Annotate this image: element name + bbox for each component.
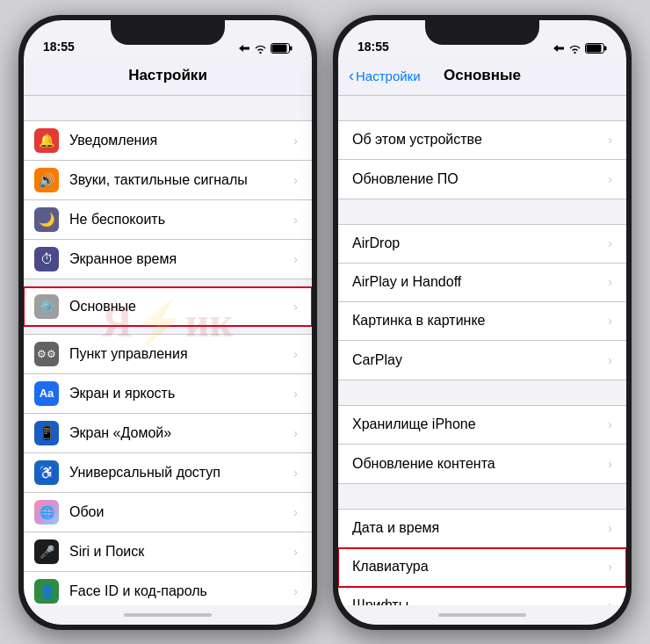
settings-scroll-left[interactable]: 🔔 Уведомления › 🔊 Звуки, тактильные сигн… bbox=[24, 96, 312, 605]
wifi-icon bbox=[254, 43, 267, 54]
wifi-icon-r bbox=[568, 43, 581, 54]
chevron-icon: › bbox=[293, 134, 298, 148]
chevron-icon: › bbox=[293, 545, 298, 559]
battery-icon bbox=[271, 43, 292, 54]
general-section-3: Хранилище iPhone › Обновление контента › bbox=[338, 405, 626, 484]
chevron-icon: › bbox=[608, 275, 612, 289]
airplane-icon bbox=[238, 44, 250, 53]
phone-right: 18:55 ‹ Настройки Основные bbox=[333, 15, 632, 630]
nav-title-left: Настройки bbox=[128, 67, 207, 84]
notifications-icon: 🔔 bbox=[34, 128, 59, 153]
back-chevron-icon: ‹ bbox=[349, 68, 354, 83]
svg-rect-6 bbox=[604, 46, 607, 50]
notch bbox=[111, 20, 225, 45]
list-item-accessibility[interactable]: ♿ Универсальный доступ › bbox=[24, 453, 312, 493]
chevron-icon: › bbox=[608, 457, 612, 471]
nav-title-right: Основные bbox=[444, 67, 521, 84]
notch-right bbox=[425, 20, 539, 45]
wallpaper-icon: 🌐 bbox=[34, 500, 59, 525]
list-item-airplay[interactable]: AirPlay и Handoff › bbox=[338, 264, 626, 302]
control-icon: ⚙⚙ bbox=[34, 342, 59, 366]
chevron-icon: › bbox=[608, 560, 612, 574]
list-item-notifications[interactable]: 🔔 Уведомления › bbox=[24, 121, 312, 161]
nav-bar-right: ‹ Настройки Основные bbox=[338, 57, 626, 96]
list-item-content-update[interactable]: Обновление контента › bbox=[338, 445, 626, 483]
chevron-icon: › bbox=[293, 300, 298, 314]
airplane-icon-r bbox=[552, 44, 565, 53]
settings-scroll-right[interactable]: Об этом устройстве › Обновление ПО › Air… bbox=[338, 96, 626, 605]
nav-bar-left: Настройки bbox=[24, 57, 312, 96]
chevron-icon: › bbox=[293, 584, 298, 598]
dnd-icon: 🌙 bbox=[34, 207, 59, 232]
home-screen-icon: 📱 bbox=[34, 421, 59, 445]
list-item-keyboard[interactable]: Клавиатура › bbox=[338, 548, 626, 587]
list-item-pip[interactable]: Картинка в картинке › bbox=[338, 302, 626, 341]
svg-rect-2 bbox=[290, 46, 292, 50]
time-right: 18:55 bbox=[358, 40, 389, 54]
home-indicator-left bbox=[24, 605, 312, 625]
display-icon: Aa bbox=[34, 381, 59, 406]
list-item-screentime[interactable]: ⏱ Экранное время › bbox=[24, 240, 312, 279]
list-item-dnd[interactable]: 🌙 Не беспокоить › bbox=[24, 200, 312, 240]
svg-point-4 bbox=[574, 51, 575, 53]
list-item-siri[interactable]: 🎤 Siri и Поиск › bbox=[24, 532, 312, 572]
chevron-icon: › bbox=[293, 213, 298, 227]
svg-rect-7 bbox=[587, 44, 602, 52]
screentime-icon: ⏱ bbox=[34, 247, 59, 271]
list-item-update[interactable]: Обновление ПО › bbox=[338, 160, 626, 199]
general-section-2: AirDrop › AirPlay и Handoff › Картинка в… bbox=[338, 224, 626, 380]
siri-icon: 🎤 bbox=[34, 539, 59, 564]
list-item-control[interactable]: ⚙⚙ Пункт управления › bbox=[24, 335, 312, 374]
svg-point-0 bbox=[259, 51, 261, 53]
svg-rect-3 bbox=[272, 44, 287, 52]
battery-icon-r bbox=[585, 43, 607, 54]
chevron-icon: › bbox=[608, 353, 612, 367]
home-indicator-right bbox=[338, 605, 626, 625]
chevron-icon: › bbox=[608, 314, 612, 328]
sounds-icon: 🔊 bbox=[34, 168, 59, 192]
status-icons-left bbox=[238, 43, 292, 54]
status-icons-right bbox=[552, 43, 607, 54]
list-item-wallpaper[interactable]: 🌐 Обои › bbox=[24, 493, 312, 532]
chevron-icon: › bbox=[293, 173, 298, 187]
chevron-icon: › bbox=[293, 466, 298, 480]
settings-section-2: ⚙️ Основные › bbox=[24, 286, 312, 327]
settings-section-3: ⚙⚙ Пункт управления › Aa Экран и яркость… bbox=[24, 334, 312, 605]
list-item-datetime[interactable]: Дата и время › bbox=[338, 510, 626, 548]
list-item-fonts[interactable]: Шрифты › bbox=[338, 587, 626, 605]
general-section-4: Дата и время › Клавиатура › Шрифты › Я bbox=[338, 509, 626, 605]
list-item-sounds[interactable]: 🔊 Звуки, тактильные сигналы › bbox=[24, 161, 312, 200]
list-item-display[interactable]: Aa Экран и яркость › bbox=[24, 374, 312, 414]
nav-back-button[interactable]: ‹ Настройки bbox=[349, 68, 421, 83]
list-item-faceid[interactable]: 👤 Face ID и код-пароль › bbox=[24, 572, 312, 605]
list-item-storage[interactable]: Хранилище iPhone › bbox=[338, 406, 626, 445]
chevron-icon: › bbox=[608, 236, 612, 250]
faceid-icon: 👤 bbox=[34, 579, 59, 604]
accessibility-icon: ♿ bbox=[34, 460, 59, 485]
chevron-icon: › bbox=[608, 598, 612, 605]
general-icon: ⚙️ bbox=[34, 294, 59, 319]
chevron-icon: › bbox=[608, 133, 612, 147]
chevron-icon: › bbox=[293, 347, 298, 361]
chevron-icon: › bbox=[608, 172, 612, 186]
list-item-about[interactable]: Об этом устройстве › bbox=[338, 121, 626, 160]
general-section-1: Об этом устройстве › Обновление ПО › bbox=[338, 120, 626, 199]
chevron-icon: › bbox=[608, 417, 612, 431]
chevron-icon: › bbox=[293, 505, 298, 519]
chevron-icon: › bbox=[293, 252, 298, 266]
chevron-icon: › bbox=[608, 521, 612, 535]
list-item-carplay[interactable]: CarPlay › bbox=[338, 341, 626, 380]
chevron-icon: › bbox=[293, 426, 298, 440]
time-left: 18:55 bbox=[43, 40, 75, 54]
chevron-icon: › bbox=[293, 387, 298, 401]
settings-section-1: 🔔 Уведомления › 🔊 Звуки, тактильные сигн… bbox=[24, 120, 312, 279]
list-item-home[interactable]: 📱 Экран «Домой» › bbox=[24, 414, 312, 453]
phone-left: 18:55 Настройки Я⚡ик bbox=[18, 15, 317, 630]
nav-back-label: Настройки bbox=[356, 69, 421, 83]
list-item-general[interactable]: ⚙️ Основные › bbox=[24, 287, 312, 326]
list-item-airdrop[interactable]: AirDrop › bbox=[338, 225, 626, 264]
